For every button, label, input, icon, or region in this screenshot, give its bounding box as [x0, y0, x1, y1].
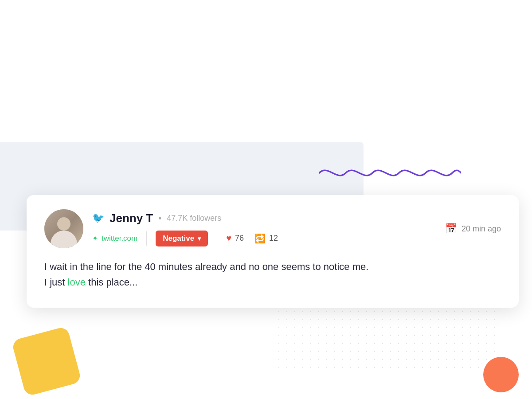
sentiment-label: Negative [163, 234, 194, 243]
timestamp-area: 📅 20 min ago [445, 223, 501, 235]
followers-count: 47.7K followers [167, 214, 221, 223]
tweet-line2-after: this place... [86, 277, 137, 288]
twitter-bird-icon: 🐦 [92, 212, 104, 224]
retweets-count: 12 [269, 234, 278, 243]
calendar-icon: 📅 [445, 223, 457, 235]
link-text: twitter.com [102, 234, 137, 243]
tweet-line-1: I wait in the line for the 40 minutes al… [44, 259, 501, 274]
user-name-row: 🐦 Jenny T • 47.7K followers [92, 211, 278, 225]
dot-separator: • [158, 213, 161, 223]
avatar-image [44, 209, 83, 248]
vertical-divider [146, 231, 147, 246]
retweets-stat: 🔁 12 [254, 233, 278, 244]
retweet-icon: 🔁 [254, 233, 266, 244]
wavy-decoration [319, 162, 461, 184]
tweet-line-2: I just love this place... [44, 274, 501, 290]
stats-row: ♥ 76 🔁 12 [226, 233, 278, 244]
user-actions-row: ✦ twitter.com Negative ▾ ♥ 76 [92, 231, 278, 246]
hex-decoration [11, 326, 82, 396]
vertical-divider-2 [217, 231, 217, 246]
likes-stat: ♥ 76 [226, 233, 244, 243]
avatar [44, 209, 83, 248]
tweet-card: 🐦 Jenny T • 47.7K followers ✦ twitter.co… [27, 195, 519, 308]
timestamp: 20 min ago [462, 224, 501, 234]
share-icon: ✦ [92, 234, 98, 243]
chevron-down-icon: ▾ [198, 235, 201, 242]
twitter-link[interactable]: ✦ twitter.com [92, 234, 137, 243]
heart-icon: ♥ [226, 233, 231, 243]
card-header-left: 🐦 Jenny T • 47.7K followers ✦ twitter.co… [44, 209, 278, 248]
sentiment-button[interactable]: Negative ▾ [156, 231, 208, 246]
card-header: 🐦 Jenny T • 47.7K followers ✦ twitter.co… [44, 209, 501, 248]
orange-circle-decoration [483, 357, 519, 392]
tweet-line2-before: I just [44, 277, 68, 288]
user-info: 🐦 Jenny T • 47.7K followers ✦ twitter.co… [92, 211, 278, 246]
tweet-body: I wait in the line for the 40 minutes al… [44, 259, 501, 290]
likes-count: 76 [235, 234, 244, 243]
tweet-love-word: love [68, 277, 86, 288]
username: Jenny T [110, 211, 153, 225]
